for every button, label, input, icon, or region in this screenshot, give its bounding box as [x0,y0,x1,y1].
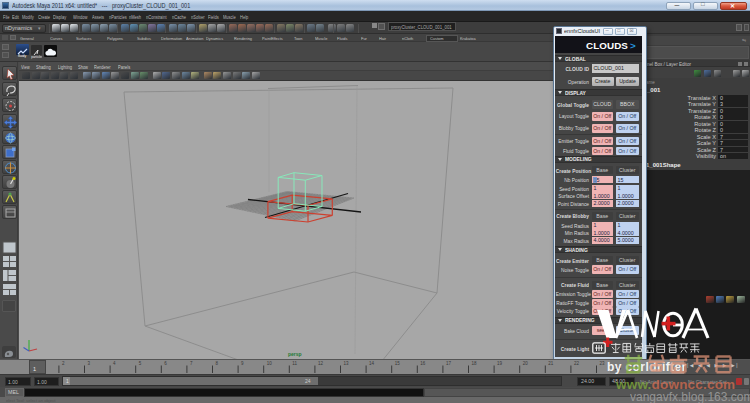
svg-text:5: 5 [139,361,142,366]
svg-text:3: 3 [88,361,91,366]
svg-text:15: 15 [395,361,401,366]
svg-text:4: 4 [113,361,116,366]
svg-text:17: 17 [446,361,452,366]
svg-text:11: 11 [292,361,297,366]
svg-text:19: 19 [497,361,503,366]
svg-text:6: 6 [164,361,167,366]
svg-text:7: 7 [190,361,193,366]
svg-text:2: 2 [62,361,65,366]
svg-text:fluidy: fluidy [18,54,26,58]
svg-text:particles: particles [31,55,42,59]
svg-text:21: 21 [548,361,554,366]
svg-text:18: 18 [472,361,478,366]
svg-text:14: 14 [369,361,375,366]
svg-text:9: 9 [241,361,244,366]
svg-text:22: 22 [574,361,580,366]
svg-text:16: 16 [420,361,426,366]
svg-text:13: 13 [344,361,350,366]
svg-text:8: 8 [216,361,219,366]
svg-text:20: 20 [523,361,529,366]
svg-text:23: 23 [600,361,606,366]
svg-text:persp: persp [288,351,302,357]
svg-text:10: 10 [267,361,273,366]
svg-text:12: 12 [318,361,324,366]
